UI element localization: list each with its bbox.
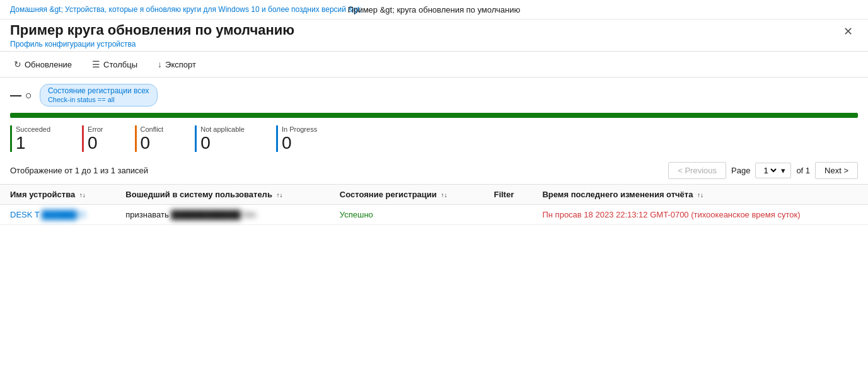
filter-dash-icon: — — [10, 89, 21, 102]
filter-chip-label: Состояние регистрации всех Check-in stat… — [48, 86, 149, 104]
col-filter: Filter — [483, 185, 532, 205]
user-blurred: ████████████ Om — [169, 210, 257, 219]
col-user[interactable]: Вошедший в систему пользователь ↑↓ — [115, 185, 330, 205]
pagination-row: Отображение от 1 до 1 из 1 записей < Pre… — [0, 157, 868, 184]
center-nav-title: Пример &gt; круга обновления по умолчани… — [348, 5, 520, 14]
page-select-wrapper[interactable]: 1 ▾ — [755, 163, 791, 178]
refresh-button[interactable]: ↻ Обновление — [10, 57, 76, 72]
columns-label: Столбцы — [103, 60, 137, 69]
stat-in-progress: In Progress 0 — [276, 125, 336, 152]
table-row: DESK T ██████33 признавать ████████████ … — [0, 205, 868, 225]
sort-icon-user: ↑↓ — [277, 192, 283, 199]
previous-button[interactable]: < Previous — [668, 162, 726, 179]
device-name-cell[interactable]: DESK T ██████33 — [0, 205, 115, 225]
stat-succeeded: Succeeded 1 — [10, 125, 69, 152]
last-modified-cell: Пн просав 18 2023 22:13:12 GMT-0700 (тих… — [532, 205, 868, 225]
data-table: Имя устройства ↑↓ Вошедший в систему пол… — [0, 184, 868, 225]
filter-icons: — ○ — [10, 89, 32, 102]
col-device-name[interactable]: Имя устройства ↑↓ — [0, 185, 115, 205]
sort-icon-status: ↑↓ — [441, 192, 447, 199]
stat-conflict: Conflict 0 — [135, 125, 183, 152]
sort-icon-device: ↑↓ — [79, 192, 86, 199]
stat-not-applicable: Not applicable 0 — [195, 125, 263, 152]
stats-row: Succeeded 1 Error 0 Conflict 0 Not appli… — [0, 118, 868, 157]
filter-circle-icon: ○ — [25, 89, 32, 102]
columns-icon: ☰ — [92, 59, 100, 69]
next-button[interactable]: Next > — [815, 162, 858, 179]
page-select[interactable]: 1 — [761, 165, 778, 176]
breadcrumb-nav[interactable]: Домашняя &gt; Устройства, которые я обно… — [10, 5, 362, 14]
status-cell: Успешно — [330, 205, 484, 225]
page-label: Page — [731, 166, 750, 175]
pagination-controls: < Previous Page 1 ▾ of 1 Next > — [668, 162, 858, 179]
columns-button[interactable]: ☰ Столбцы — [88, 57, 141, 72]
page-subtitle: Профиль конфигурации устройства — [10, 40, 294, 49]
refresh-icon: ↻ — [14, 59, 21, 69]
filter-row: — ○ Состояние регистрации всех Check-in … — [0, 78, 868, 113]
col-last-modified[interactable]: Время последнего изменения отчёта ↑↓ — [532, 185, 868, 205]
pagination-info: Отображение от 1 до 1 из 1 записей — [10, 166, 148, 175]
export-button[interactable]: ↓ Экспорт — [154, 57, 200, 72]
progress-bar-fill — [10, 113, 858, 118]
page-title: Пример круга обновления по умолчанию — [10, 22, 294, 38]
page-header: Пример круга обновления по умолчанию Про… — [0, 20, 868, 51]
of-label: of 1 — [796, 166, 810, 175]
device-name-blurred: ██████33 — [39, 210, 85, 219]
sort-icon-modified: ↑↓ — [697, 192, 703, 199]
user-cell: признавать ████████████ Om — [115, 205, 330, 225]
col-status[interactable]: Состояние регистрации ↑↓ — [330, 185, 484, 205]
table-header-row: Имя устройства ↑↓ Вошедший в систему пол… — [0, 185, 868, 205]
progress-bar-container — [10, 113, 858, 118]
refresh-label: Обновление — [25, 60, 72, 69]
export-label: Экспорт — [165, 60, 196, 69]
export-icon: ↓ — [158, 59, 162, 69]
top-nav-bar: Домашняя &gt; Устройства, которые я обно… — [0, 0, 868, 20]
toolbar: ↻ Обновление ☰ Столбцы ↓ Экспорт — [0, 51, 868, 78]
chevron-down-icon: ▾ — [781, 166, 785, 175]
stat-error: Error 0 — [82, 125, 122, 152]
close-button[interactable]: ✕ — [838, 22, 858, 41]
filter-chip-registration[interactable]: Состояние регистрации всех Check-in stat… — [40, 84, 158, 107]
filter-cell — [483, 205, 532, 225]
